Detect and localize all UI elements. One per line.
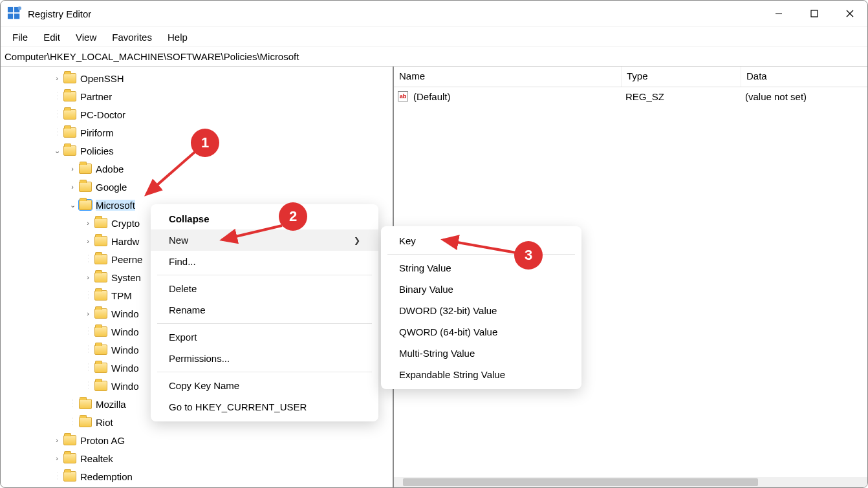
tree-guide: ··· [68, 420, 77, 425]
close-button[interactable] [832, 1, 867, 27]
folder-icon [94, 218, 107, 228]
value-name: (Default) [408, 90, 620, 103]
tree-item-label: PC-Doctor [80, 109, 125, 120]
tree-item-label: OpenSSH [80, 73, 124, 84]
tree-item-label: Windo [111, 326, 139, 337]
folder-icon [94, 363, 107, 373]
folder-icon [94, 254, 107, 264]
chevron-right-icon[interactable]: › [52, 454, 61, 462]
folder-icon [94, 345, 107, 355]
folder-icon [63, 435, 76, 445]
tree-item-label: Crypto [111, 218, 140, 229]
menu-favorites[interactable]: Favorites [105, 29, 158, 45]
minimize-button[interactable] [761, 1, 796, 27]
string-value-icon: ab [398, 91, 408, 101]
tree-guide: ··· [83, 257, 92, 262]
tree-item-label: Riot [96, 417, 113, 428]
chevron-right-icon[interactable]: › [68, 165, 77, 173]
tree-item[interactable]: ›Proton AG [1, 431, 393, 449]
tree-item-label: Realtek [80, 453, 113, 464]
tree-item-label: Peerne [111, 254, 142, 265]
maximize-button[interactable] [796, 1, 832, 27]
folder-icon [79, 164, 92, 174]
tree-item-label: Systen [111, 272, 141, 283]
svg-rect-3 [14, 14, 19, 19]
arrow-annotation-3 [435, 233, 523, 259]
chevron-right-icon[interactable]: › [52, 436, 61, 444]
sub-expand[interactable]: Expandable String Value [381, 364, 581, 385]
svg-rect-6 [811, 10, 818, 17]
col-data[interactable]: Data [741, 67, 867, 87]
horizontal-scrollbar[interactable] [394, 477, 867, 487]
chevron-down-icon[interactable]: ⌄ [68, 201, 77, 209]
regedit-icon [7, 6, 21, 21]
tree-item-label: Windo [111, 381, 139, 392]
tree-item-label: TPM [111, 290, 132, 301]
tree-item-label: Mozilla [96, 399, 126, 410]
folder-icon [63, 453, 76, 463]
svg-line-10 [222, 226, 282, 240]
tree-guide: ··· [83, 366, 92, 370]
chevron-right-icon: ❯ [354, 236, 360, 245]
ctx-delete[interactable]: Delete [151, 278, 378, 299]
tree-item[interactable]: ···PC-Doctor [1, 105, 393, 123]
tree-guide: ··· [52, 131, 61, 135]
menu-view[interactable]: View [69, 29, 103, 45]
tree-guide: ··· [52, 112, 61, 117]
menu-file[interactable]: File [6, 29, 34, 45]
folder-icon [94, 308, 107, 319]
menu-help[interactable]: Help [161, 29, 194, 45]
ctx-rename[interactable]: Rename [151, 299, 378, 321]
chevron-right-icon[interactable]: › [83, 310, 92, 317]
tree-guide: ··· [83, 348, 92, 352]
value-data: (value not set) [740, 90, 812, 103]
tree-item-label: Proton AG [80, 435, 125, 446]
tree-item[interactable]: ›OpenSSH [1, 69, 393, 87]
tree-item-label: Microsoft [96, 200, 135, 211]
ctx-goto[interactable]: Go to HKEY_CURRENT_USER [151, 396, 378, 418]
sub-qword[interactable]: QWORD (64-bit) Value [381, 321, 581, 343]
folder-icon [94, 290, 107, 301]
ctx-find[interactable]: Find... [151, 251, 378, 272]
folder-icon [94, 326, 107, 337]
chevron-right-icon[interactable]: › [83, 219, 92, 227]
tree-item[interactable]: ›Realtek [1, 449, 393, 467]
chevron-right-icon[interactable]: › [83, 273, 92, 281]
tree-item-label: Policies [80, 145, 114, 156]
tree-item[interactable]: ···Partner [1, 87, 393, 105]
svg-rect-2 [8, 14, 13, 19]
col-type[interactable]: Type [622, 67, 741, 87]
ctx-copy-key-name[interactable]: Copy Key Name [151, 375, 378, 396]
chevron-right-icon[interactable]: › [52, 74, 61, 82]
sub-binary[interactable]: Binary Value [381, 279, 581, 300]
folder-icon [94, 236, 107, 246]
tree-item-label: Windo [111, 345, 139, 355]
tree-item[interactable]: ···Redemption [1, 467, 393, 485]
svg-rect-0 [8, 7, 13, 12]
tree-guide: ··· [52, 94, 61, 99]
arrow-annotation-2 [214, 220, 288, 246]
ctx-permissions[interactable]: Permissions... [151, 348, 378, 369]
folder-icon [63, 471, 76, 482]
address-bar[interactable]: Computer\HKEY_LOCAL_MACHINE\SOFTWARE\Pol… [1, 47, 867, 67]
folder-icon [63, 127, 76, 138]
sub-dword[interactable]: DWORD (32-bit) Value [381, 300, 581, 321]
tree-item-label: Adobe [96, 164, 124, 175]
callout-3: 3 [514, 241, 543, 270]
tree-guide: ··· [83, 293, 92, 298]
chevron-down-icon[interactable]: ⌄ [52, 147, 61, 155]
tree-guide: ··· [83, 330, 92, 334]
folder-icon [79, 182, 92, 192]
separator [157, 372, 372, 372]
value-type: REG_SZ [620, 90, 740, 103]
menu-edit[interactable]: Edit [37, 29, 67, 45]
list-header: Name Type Data [394, 67, 867, 87]
sub-multi[interactable]: Multi-String Value [381, 343, 581, 364]
col-name[interactable]: Name [394, 67, 622, 87]
sub-string[interactable]: String Value [381, 257, 581, 279]
folder-icon [79, 399, 92, 409]
ctx-export[interactable]: Export [151, 326, 378, 348]
list-row[interactable]: ab (Default) REG_SZ (value not set) [394, 87, 867, 105]
chevron-right-icon[interactable]: › [68, 183, 77, 191]
chevron-right-icon[interactable]: › [83, 237, 92, 245]
